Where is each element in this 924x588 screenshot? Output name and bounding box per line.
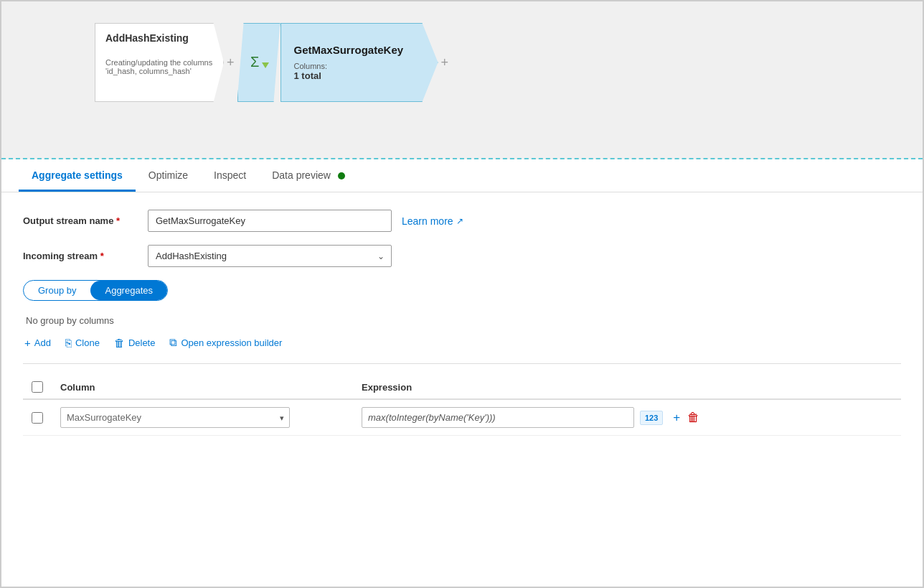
flow-nodes: AddHashExisting Creating/updating the co… xyxy=(95,23,451,102)
output-stream-row: Output stream name * Learn more ↗ xyxy=(23,210,901,232)
table-row: MaxSurrogateKey ▾ 123 + � xyxy=(23,399,901,436)
output-stream-label: Output stream name * xyxy=(23,215,138,226)
incoming-stream-required: * xyxy=(100,251,104,261)
expr-type-badge: 123 xyxy=(640,411,663,425)
aggregates-toggle-button[interactable]: Aggregates xyxy=(90,281,167,300)
clone-button[interactable]: ⎘ Clone xyxy=(64,334,101,352)
tab-data-preview[interactable]: Data preview xyxy=(259,159,358,192)
delete-button[interactable]: 🗑 Delete xyxy=(113,334,157,352)
table-separator xyxy=(23,363,901,364)
tab-inspect[interactable]: Inspect xyxy=(201,159,259,192)
incoming-stream-select[interactable]: AddHashExisting xyxy=(148,245,392,267)
delete-expression-button[interactable]: 🗑 xyxy=(686,409,701,426)
incoming-stream-select-wrapper: AddHashExisting ⌄ xyxy=(148,245,392,267)
node1-description: Creating/updating the columns 'id_hash, … xyxy=(105,58,213,75)
select-all-checkbox[interactable] xyxy=(32,381,43,393)
node-add-hash-existing[interactable]: AddHashExisting Creating/updating the co… xyxy=(95,23,224,102)
tabs-bar: Aggregate settings Optimize Inspect Data… xyxy=(1,159,923,192)
aggregate-icon: Σ xyxy=(249,52,269,73)
learn-more-icon: ↗ xyxy=(456,216,463,226)
toolbar-actions: + Add ⎘ Clone 🗑 Delete ⧉ Open expression… xyxy=(23,333,901,352)
expression-wrapper: 123 + 🗑 xyxy=(362,407,892,428)
node2-title: GetMaxSurrogateKey xyxy=(294,44,425,56)
incoming-stream-row: Incoming stream * AddHashExisting ⌄ xyxy=(23,245,901,267)
learn-more-link[interactable]: Learn more ↗ xyxy=(402,215,463,227)
canvas-area: AddHashExisting Creating/updating the co… xyxy=(1,1,923,159)
column-select[interactable]: MaxSurrogateKey xyxy=(60,407,290,428)
table-header-row: Column Expression xyxy=(23,375,901,399)
connector-plus-1: + xyxy=(227,55,235,70)
expression-actions: + 🗑 xyxy=(671,409,701,426)
col-header-checkbox xyxy=(23,375,52,399)
row-expression-cell: 123 + 🗑 xyxy=(353,399,901,436)
row-checkbox[interactable] xyxy=(32,412,43,424)
incoming-stream-label: Incoming stream * xyxy=(23,251,138,261)
row-column-cell: MaxSurrogateKey ▾ xyxy=(52,399,353,436)
svg-marker-1 xyxy=(262,62,269,68)
node-get-max-surrogate-key[interactable]: GetMaxSurrogateKey Columns: 1 total xyxy=(280,23,438,102)
row-checkbox-cell xyxy=(23,399,52,436)
delete-icon: 🗑 xyxy=(114,337,125,349)
output-stream-required: * xyxy=(116,215,120,226)
data-table: Column Expression xyxy=(23,375,901,436)
data-preview-dot xyxy=(338,172,345,179)
column-select-wrapper: MaxSurrogateKey ▾ xyxy=(60,407,290,428)
node1-title: AddHashExisting xyxy=(105,32,213,44)
open-expression-builder-button[interactable]: ⧉ Open expression builder xyxy=(168,333,283,352)
toggle-group: Group by Aggregates xyxy=(23,280,168,301)
node2-count: 1 total xyxy=(294,70,425,81)
expression-input[interactable] xyxy=(362,407,634,428)
add-icon: + xyxy=(24,337,31,349)
open-expr-icon: ⧉ xyxy=(169,336,177,349)
output-stream-input[interactable] xyxy=(148,210,392,232)
tab-optimize[interactable]: Optimize xyxy=(136,159,201,192)
group-by-toggle-button[interactable]: Group by xyxy=(24,281,90,300)
node2-subtitle: Columns: xyxy=(294,62,425,70)
col-header-column: Column xyxy=(52,375,353,399)
aggregate-icon-node[interactable]: Σ xyxy=(237,23,280,102)
tab-aggregate-settings[interactable]: Aggregate settings xyxy=(19,159,136,192)
add-expression-button[interactable]: + xyxy=(671,409,682,426)
add-button[interactable]: + Add xyxy=(23,334,52,352)
clone-icon: ⎘ xyxy=(65,337,72,349)
no-group-message: No group by columns xyxy=(26,315,901,326)
connector-plus-2: + xyxy=(441,55,449,70)
settings-panel: Aggregate settings Optimize Inspect Data… xyxy=(1,159,923,587)
settings-content: Output stream name * Learn more ↗ Incomi… xyxy=(1,192,923,587)
svg-text:Σ: Σ xyxy=(250,54,259,70)
col-header-expression: Expression xyxy=(353,375,901,399)
